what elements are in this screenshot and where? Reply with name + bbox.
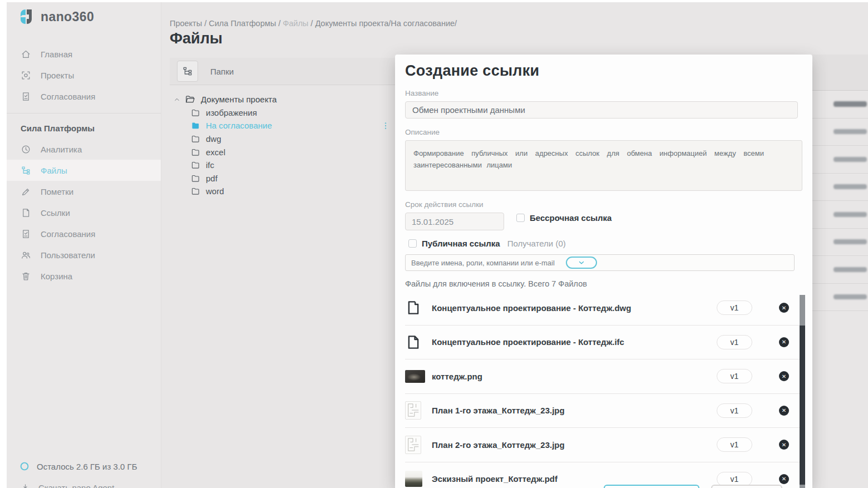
dots-vertical-icon[interactable]: [381, 121, 390, 130]
file-thumbnail: [405, 299, 427, 316]
blurred-text: [834, 101, 867, 107]
storage-circle-icon: [19, 461, 29, 471]
remove-file-button[interactable]: ✕: [779, 303, 789, 313]
folder-tree: Документы проекта изображения На согласо…: [170, 93, 396, 198]
perpetual-link-checkbox[interactable]: [516, 214, 525, 222]
projects-icon: [21, 70, 31, 81]
sidebar-item-users[interactable]: Пользователи: [7, 244, 161, 265]
table-row-partial: [812, 119, 868, 146]
tree-icon: [182, 66, 193, 77]
tree-item-label: ifc: [206, 160, 214, 170]
sidebar-item-label: Файлы: [41, 166, 67, 175]
tree-item-label: изображения: [206, 108, 257, 117]
sidebar-item-label: Согласования: [41, 92, 95, 101]
sidebar-item-trash[interactable]: Корзина: [7, 265, 161, 287]
remove-file-button[interactable]: ✕: [779, 337, 789, 347]
breadcrumb-separator: /: [308, 19, 315, 28]
sidebar-item-analytics[interactable]: Аналитика: [7, 139, 161, 160]
public-link-checkbox[interactable]: [408, 239, 417, 248]
app-window: nano360 Главная Проекты Согласования Сил…: [7, 2, 868, 488]
file-version-badge[interactable]: v1: [717, 403, 752, 418]
file-version-badge[interactable]: v1: [717, 300, 752, 315]
recipients-dropdown-button[interactable]: [566, 257, 597, 269]
image-thumbnail: [405, 370, 425, 383]
recipients-field[interactable]: [405, 254, 795, 271]
breadcrumb-separator: /: [276, 19, 283, 28]
sidebar-item-label: Пометки: [41, 187, 73, 196]
sidebar-item-files[interactable]: Файлы: [7, 160, 161, 181]
breadcrumb-segment[interactable]: Проекты: [170, 19, 202, 28]
expiry-date-input[interactable]: [405, 213, 504, 230]
file-name: Концептуальное проектирование - Коттедж.…: [432, 303, 631, 313]
public-link-option[interactable]: Публичная ссылка: [408, 239, 500, 248]
remove-file-button[interactable]: ✕: [779, 371, 789, 381]
sidebar-item-label: Пользователи: [41, 250, 95, 260]
link-description-input[interactable]: Формирование публичных или адресных ссыл…: [405, 140, 802, 191]
tree-item-4[interactable]: ifc: [170, 159, 396, 172]
cancel-button-partial[interactable]: [711, 485, 782, 488]
sidebar-item-approvals[interactable]: Согласования: [7, 86, 161, 107]
tree-item-root[interactable]: Документы проекта: [170, 93, 396, 106]
file-version-badge[interactable]: v1: [717, 335, 752, 349]
floorplan-thumbnail: [405, 401, 421, 420]
create-link-button-partial[interactable]: [604, 485, 699, 488]
file-thumbnail: [405, 401, 427, 420]
tree-item-5[interactable]: pdf: [170, 172, 396, 185]
breadcrumb-segment[interactable]: Документы проекта/На согласование/: [315, 19, 457, 28]
file-version-badge[interactable]: v1: [717, 437, 752, 452]
approvals-icon: [21, 91, 31, 102]
ifc-file-icon: [405, 334, 422, 351]
sidebar-item-links[interactable]: Ссылки: [7, 202, 161, 223]
link-name-input[interactable]: [405, 101, 798, 119]
public-link-label: Публичная ссылка: [422, 239, 500, 248]
perpetual-link-option[interactable]: Бессрочная ссылка: [516, 213, 611, 223]
included-files-list: Концептуальное проектирование - Коттедж.…: [405, 291, 802, 488]
file-row-4: План 2-го этажа_Коттедж_23.jpg v1 ✕: [405, 428, 802, 462]
download-agent-link[interactable]: Скачать nano Agent: [21, 483, 114, 488]
tree-item-1[interactable]: На согласование: [170, 119, 396, 132]
file-version-badge[interactable]: v1: [717, 472, 752, 486]
remove-file-button[interactable]: ✕: [779, 474, 789, 484]
file-row-3: План 1-го этажа_Коттедж_23.jpg v1 ✕: [405, 394, 802, 428]
sidebar-divider: [7, 113, 161, 114]
folder-icon: [191, 160, 200, 170]
caret-up-icon: [173, 96, 181, 103]
sidebar-item-label: Главная: [41, 50, 72, 59]
tree-item-label: pdf: [206, 174, 218, 183]
folder-icon: [191, 108, 200, 117]
remove-file-button[interactable]: ✕: [779, 406, 789, 416]
recipients-input[interactable]: [411, 255, 561, 270]
name-label: Название: [405, 89, 802, 97]
folders-panel-header: Папки: [170, 58, 396, 85]
remove-file-button[interactable]: ✕: [779, 440, 789, 450]
breadcrumb-segment[interactable]: Сила Платформы: [209, 19, 276, 28]
sidebar-item-label: Аналитика: [41, 145, 82, 154]
sidebar-item-projects[interactable]: Проекты: [7, 65, 161, 86]
breadcrumb: Проекты / Сила Платформы / Файлы / Докум…: [170, 19, 457, 28]
sidebar-item-label: Согласования: [41, 229, 95, 239]
file-thumbnail: [405, 436, 427, 454]
scrollbar-thumb[interactable]: [800, 326, 805, 485]
app-logo[interactable]: nano360: [19, 8, 94, 26]
approvals-icon: [21, 229, 31, 239]
sidebar-item-label: Корзина: [41, 272, 72, 281]
file-version-badge[interactable]: v1: [717, 369, 752, 383]
file-row-0: Концептуальное проектирование - Коттедж.…: [405, 291, 802, 326]
sidebar-item-approvals-project[interactable]: Согласования: [7, 223, 161, 244]
folder-icon: [191, 186, 200, 196]
folder-tree-toggle-button[interactable]: [177, 61, 198, 82]
table-row-partial: [812, 201, 868, 229]
tree-item-2[interactable]: dwg: [170, 132, 396, 146]
page-title: Файлы: [170, 30, 223, 47]
breadcrumb-segment[interactable]: Файлы: [283, 19, 308, 28]
tree-item-0[interactable]: изображения: [170, 106, 396, 120]
file-name: Эскизный проект_Коттедж.pdf: [432, 474, 558, 484]
tree-item-6[interactable]: word: [170, 185, 396, 198]
folders-panel-label: Папки: [210, 67, 234, 76]
analytics-icon: [21, 144, 31, 155]
file-list-scrollbar[interactable]: [800, 295, 805, 488]
file-thumbnail: [405, 471, 427, 487]
sidebar-item-notes[interactable]: Пометки: [7, 181, 161, 202]
tree-item-3[interactable]: excel: [170, 145, 396, 159]
sidebar-item-home[interactable]: Главная: [7, 43, 161, 65]
